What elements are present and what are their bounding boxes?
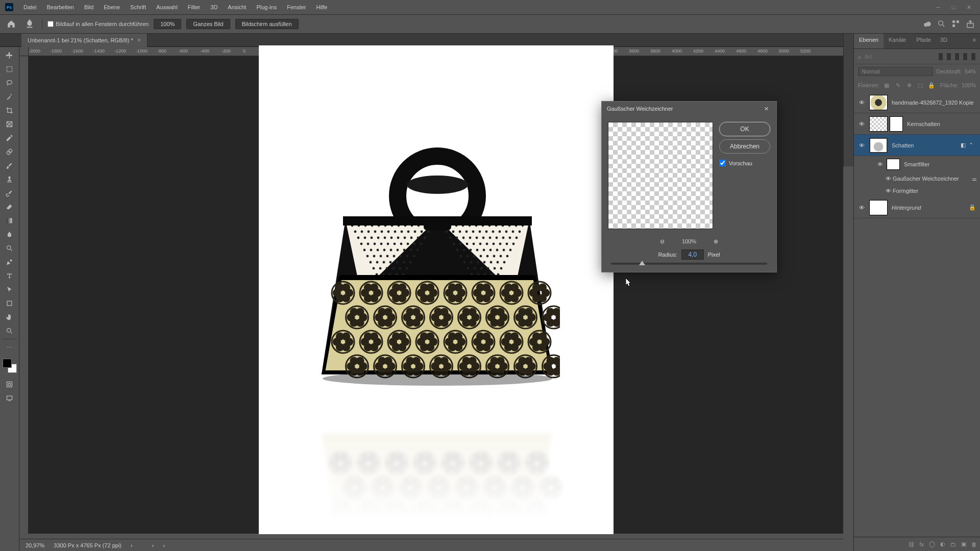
filter-smart-icon[interactable]	[971, 53, 976, 61]
layer-row[interactable]: 👁 handmade-4926872_1920 Kopie	[854, 92, 980, 113]
visibility-icon[interactable]: 👁	[877, 161, 887, 167]
menu-bild[interactable]: Bild	[79, 4, 99, 10]
blend-mode-select[interactable]: Normal	[858, 67, 933, 76]
doc-info[interactable]: 3300 Px x 4765 Px (72 ppi)	[54, 542, 121, 548]
zoom-in-icon[interactable]: ⊕	[712, 237, 720, 245]
radius-slider[interactable]	[611, 263, 767, 265]
menu-filter[interactable]: Filter	[183, 4, 205, 10]
close-button[interactable]: ✕	[963, 3, 975, 12]
zoom-out-icon[interactable]: ⊖	[658, 237, 667, 245]
heal-tool[interactable]	[2, 145, 17, 158]
filter-type-icon[interactable]	[954, 53, 960, 61]
lock-all-icon[interactable]: 🔒	[927, 81, 936, 89]
eyedropper-tool[interactable]	[2, 132, 17, 144]
info-chevron-icon[interactable]: ›	[131, 542, 133, 548]
visibility-icon[interactable]: 👁	[854, 113, 869, 134]
filter-preview[interactable]	[608, 122, 713, 229]
dialog-close-button[interactable]: ✕	[761, 104, 771, 114]
lock-position-icon[interactable]: ✥	[905, 81, 913, 89]
brush-tool[interactable]	[2, 159, 17, 171]
smartfilter-heading[interactable]: 👁 Smartfilter	[854, 156, 980, 172]
color-swatches[interactable]	[3, 359, 17, 373]
filter-shape-icon[interactable]	[963, 53, 968, 61]
marquee-tool[interactable]	[2, 63, 17, 75]
lock-pixels-icon[interactable]: ✎	[894, 81, 902, 89]
opacity-value[interactable]: 54%	[965, 68, 976, 74]
pen-tool[interactable]	[2, 256, 17, 268]
history-brush-tool[interactable]	[2, 187, 17, 199]
path-select-tool[interactable]	[2, 283, 17, 295]
dialog-titlebar[interactable]: Gaußscher Weichzeichner ✕	[602, 102, 776, 116]
mask-icon[interactable]: ◯	[929, 541, 935, 547]
visibility-icon[interactable]: 👁	[884, 188, 893, 194]
close-tab-icon[interactable]: ×	[137, 36, 141, 44]
menu-3d[interactable]: 3D	[205, 4, 223, 10]
visibility-icon[interactable]: 👁	[854, 197, 869, 218]
menu-bearbeiten[interactable]: Bearbeiten	[42, 4, 79, 10]
hand-tool[interactable]	[2, 311, 17, 323]
menu-schrift[interactable]: Schrift	[125, 4, 151, 10]
maximize-button[interactable]: □	[947, 3, 960, 12]
zoom-tool[interactable]	[2, 324, 17, 337]
cancel-button[interactable]: Abbrechen	[719, 139, 770, 154]
preview-zoom-value[interactable]: 100%	[682, 238, 696, 244]
layer-row-active[interactable]: 👁 Schatten ◧ ⌃	[854, 135, 980, 156]
radius-input[interactable]	[681, 249, 704, 260]
dodge-tool[interactable]	[2, 242, 17, 254]
filter-entry[interactable]: 👁 Gaußscher Weichzeichner ⚌	[854, 172, 980, 185]
fill-value[interactable]: 100%	[962, 82, 976, 88]
link-layers-icon[interactable]: ⛓	[909, 541, 914, 547]
active-tool-indicator[interactable]	[22, 18, 37, 30]
slider-thumb[interactable]	[639, 261, 645, 265]
tab-3d[interactable]: 3D	[936, 34, 951, 48]
layer-name[interactable]: handmade-4926872_1920 Kopie	[890, 99, 977, 106]
search-icon[interactable]	[937, 19, 946, 29]
fill-screen-button[interactable]: Bildschirm ausfüllen	[235, 19, 299, 29]
vertical-ruler[interactable]	[19, 56, 29, 534]
zoom-100-button[interactable]: 100%	[154, 19, 181, 29]
new-layer-icon[interactable]: ▣	[961, 541, 966, 547]
gradient-tool[interactable]	[2, 214, 17, 227]
menu-hilfe[interactable]: Hilfe	[311, 4, 332, 10]
layer-name[interactable]: Kernschatten	[905, 121, 977, 127]
layer-row[interactable]: 👁 Kernschatten	[854, 113, 980, 135]
zoom-level[interactable]: 20,97%	[26, 542, 44, 548]
frame-tool[interactable]	[2, 118, 17, 130]
visibility-icon[interactable]: 👁	[854, 92, 869, 113]
preview-checkbox[interactable]: Vorschau	[719, 160, 770, 166]
filter-adjust-icon[interactable]	[946, 53, 951, 61]
move-tool[interactable]	[2, 49, 17, 61]
cloud-icon[interactable]	[923, 19, 932, 29]
filter-entry[interactable]: 👁 Formgitter	[854, 185, 980, 197]
visibility-icon[interactable]: 👁	[854, 135, 869, 156]
lock-transparent-icon[interactable]: ▦	[883, 81, 891, 89]
lock-artboard-icon[interactable]: ▢	[916, 81, 924, 89]
adjustment-icon[interactable]: ◐	[940, 541, 945, 547]
fx-icon[interactable]: fx	[919, 541, 924, 547]
lasso-tool[interactable]	[2, 77, 17, 89]
layer-name[interactable]: Hintergrund	[890, 205, 969, 211]
menu-fenster[interactable]: Fenster	[282, 4, 311, 10]
tab-ebenen[interactable]: Ebenen	[854, 34, 884, 48]
crop-tool[interactable]	[2, 104, 17, 116]
tab-kanaele[interactable]: Kanäle	[884, 34, 911, 48]
menu-auswahl[interactable]: Auswahl	[151, 4, 183, 10]
layer-row[interactable]: 👁 Hintergrund 🔒	[854, 197, 980, 218]
quickmask-button[interactable]	[2, 378, 17, 390]
layer-filter-input[interactable]	[865, 54, 935, 60]
share-icon[interactable]	[966, 19, 975, 29]
filter-options-icon[interactable]: ⚌	[972, 176, 977, 182]
minimize-button[interactable]: ─	[932, 3, 944, 12]
workspace-icon[interactable]	[951, 19, 961, 29]
screenmode-button[interactable]	[2, 392, 17, 404]
menu-ebene[interactable]: Ebene	[99, 4, 125, 10]
visibility-icon[interactable]: 👁	[884, 176, 893, 182]
delete-icon[interactable]: 🗑	[971, 541, 977, 547]
wand-tool[interactable]	[2, 90, 17, 103]
menu-datei[interactable]: Datei	[18, 4, 42, 10]
stamp-tool[interactable]	[2, 173, 17, 185]
document-tab[interactable]: Unbenannt-1 bei 21% (Schatten, RGB/8) * …	[21, 34, 148, 47]
expand-filter-icon[interactable]: ⌃	[969, 142, 977, 148]
shape-tool[interactable]	[2, 297, 17, 309]
panel-menu-icon[interactable]: ≡	[969, 34, 980, 48]
